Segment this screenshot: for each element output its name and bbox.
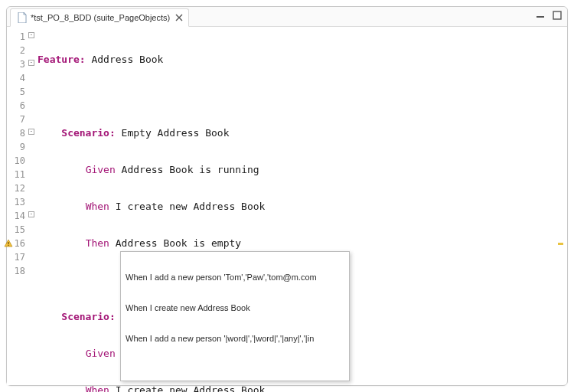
keyword-feature: Feature: — [38, 54, 86, 65]
line-number: 1- — [7, 30, 33, 44]
svg-rect-1 — [553, 11, 561, 19]
close-icon[interactable] — [174, 13, 184, 22]
svg-rect-2 — [8, 242, 8, 244]
keyword-scenario: Scenario: — [61, 311, 115, 322]
window-controls — [535, 10, 563, 21]
tab-title: *tst_PO_8_BDD (suite_PageObjects) — [31, 13, 170, 22]
editor-tabbar: *tst_PO_8_BDD (suite_PageObjects) — [7, 7, 567, 27]
feature-name: Address Book — [86, 54, 164, 65]
code-line: Feature: Address Book — [33, 53, 567, 67]
keyword-when: When — [86, 201, 109, 212]
keyword-given: Given — [86, 348, 116, 359]
keyword-scenario: Scenario: — [61, 127, 115, 139]
line-number: 5 — [7, 85, 33, 99]
line-number: 11 — [7, 168, 33, 181]
svg-rect-3 — [8, 245, 8, 246]
code-line: When I create new Address Book — [33, 200, 567, 214]
code-line — [33, 90, 567, 103]
editor-tab[interactable]: *tst_PO_8_BDD (suite_PageObjects) — [10, 8, 189, 27]
scenario-name: Empty Address Book — [116, 127, 230, 139]
file-icon — [17, 12, 28, 23]
line-number: 18 — [7, 264, 33, 278]
line-number: 17 — [7, 250, 33, 264]
code-area[interactable]: Feature: Address Book Scenario: Empty Ad… — [33, 27, 567, 385]
line-number: 2 — [7, 44, 33, 57]
autocomplete-item[interactable]: When I add a new person '|word|','|word|… — [121, 332, 349, 344]
maximize-icon[interactable] — [552, 10, 563, 21]
line-number: 12 — [7, 181, 33, 195]
svg-rect-0 — [536, 16, 544, 18]
overview-ruler[interactable] — [556, 28, 566, 384]
line-number: 10 — [7, 154, 33, 168]
autocomplete-popup[interactable]: When I add a new person 'Tom','Paw','tom… — [120, 251, 350, 381]
code-line: Then Address Book is empty — [33, 237, 567, 250]
warning-marker[interactable] — [558, 243, 563, 245]
line-number: 4 — [7, 71, 33, 85]
autocomplete-item[interactable]: When I add a new person 'Tom','Paw','tom… — [121, 270, 349, 283]
code-line: Given Address Book is running — [33, 163, 567, 177]
line-number: 8- — [7, 126, 33, 140]
warning-icon[interactable] — [4, 238, 13, 247]
editor-window: *tst_PO_8_BDD (suite_PageObjects) 1- 2 3… — [6, 6, 568, 386]
line-number: 14- — [7, 209, 33, 223]
keyword-given: Given — [86, 164, 116, 175]
keyword-when: When — [86, 384, 109, 392]
line-number: 6 — [7, 99, 33, 113]
line-number: 3- — [7, 57, 33, 71]
line-number-gutter: 1- 2 3- 4 5 6 7 8- 9 10 11 12 13 14- 15 … — [7, 27, 33, 385]
line-number: 9 — [7, 140, 33, 154]
line-number: 15 — [7, 223, 33, 237]
autocomplete-item[interactable]: When I create new Address Book — [121, 301, 349, 313]
minimize-icon[interactable] — [535, 10, 546, 21]
line-number: 13 — [7, 195, 33, 209]
editor-body: 1- 2 3- 4 5 6 7 8- 9 10 11 12 13 14- 15 … — [7, 27, 567, 385]
keyword-then: Then — [86, 237, 109, 249]
code-line: Scenario: Empty Address Book — [33, 126, 567, 140]
code-line: When I create new Address Book — [33, 384, 567, 392]
line-number: 7 — [7, 113, 33, 126]
line-number: 16 — [7, 237, 33, 250]
